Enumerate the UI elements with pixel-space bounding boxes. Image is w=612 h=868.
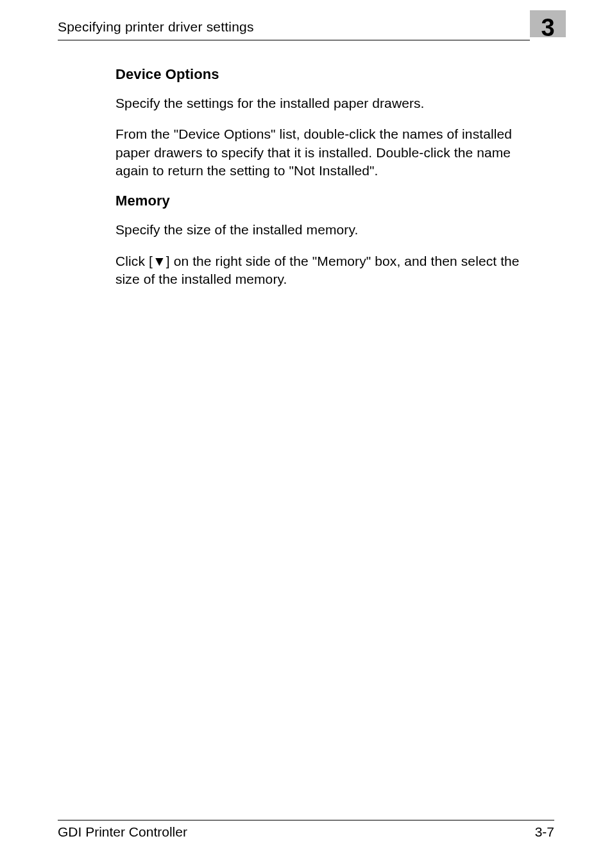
device-options-heading: Device Options <box>115 66 541 83</box>
memory-para-2: Click [▼] on the right side of the "Memo… <box>115 252 541 289</box>
footer-rule <box>58 820 554 820</box>
page-content: Device Options Specify the settings for … <box>58 40 554 288</box>
memory-para-1: Specify the size of the installed memory… <box>115 221 541 239</box>
memory-para-2-suffix: ] on the right side of the "Memory" box,… <box>115 254 520 286</box>
device-options-para-2: From the "Device Options" list, double-c… <box>115 125 541 180</box>
footer-page-number: 3-7 <box>535 824 554 840</box>
down-triangle-icon: ▼ <box>153 254 166 268</box>
memory-heading: Memory <box>115 193 541 209</box>
footer-left-text: GDI Printer Controller <box>58 824 187 840</box>
page-footer: GDI Printer Controller 3-7 <box>58 820 554 840</box>
page-header-title: Specifying printer driver settings <box>58 19 254 35</box>
chapter-tab: 3 <box>530 10 566 37</box>
device-options-para-1: Specify the settings for the installed p… <box>115 94 541 112</box>
chapter-number: 3 <box>541 14 554 42</box>
memory-para-2-prefix: Click [ <box>115 254 153 268</box>
